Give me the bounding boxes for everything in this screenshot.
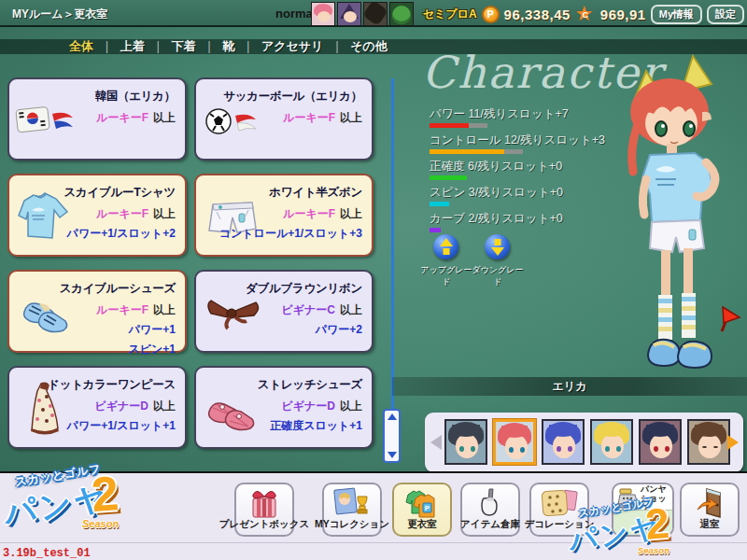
stretch-shoes-icon bbox=[202, 380, 263, 436]
item-card-soccer-ball[interactable]: サッカーボール（エリカ） ルーキーF以上 bbox=[194, 77, 374, 161]
item-storage-button[interactable]: アイテム倉庫 bbox=[460, 483, 520, 537]
item-list: 韓国（エリカ） ルーキーF以上 サッカーボール（エリカ） ルーキーF以上 bbox=[7, 77, 375, 449]
tab-separator: ｜ bbox=[101, 38, 113, 55]
character-model-erika[interactable] bbox=[592, 54, 741, 376]
tab-tops[interactable]: 上着 bbox=[120, 38, 145, 55]
my-info-button[interactable]: My情報 bbox=[651, 5, 702, 24]
item-name: スカイブルーシューズ bbox=[60, 281, 176, 297]
cash-register-icon bbox=[616, 487, 641, 510]
witch-avatar-icon[interactable] bbox=[337, 2, 361, 26]
carousel-next-icon[interactable] bbox=[727, 435, 739, 450]
item-avatar-icon[interactable] bbox=[363, 2, 388, 26]
scroll-down-icon[interactable] bbox=[388, 452, 397, 458]
item-stat: スピン+1 bbox=[60, 342, 176, 357]
item-stat: パワー+1 bbox=[60, 322, 176, 338]
present-box-button[interactable]: プレゼントボックス bbox=[234, 483, 294, 537]
portrait-blonde-girl[interactable] bbox=[590, 419, 633, 465]
my-collection-label: MYコレクション bbox=[315, 518, 389, 531]
pang-coin-icon: P bbox=[482, 6, 500, 23]
rank-badge: セミプロA bbox=[423, 7, 477, 22]
tab-all[interactable]: 全体 bbox=[69, 38, 93, 55]
item-card-korea-flag[interactable]: 韓国（エリカ） ルーキーF以上 bbox=[7, 77, 187, 161]
mode-label: normal bbox=[275, 7, 316, 21]
portrait-erika-selected[interactable] bbox=[493, 419, 536, 465]
tab-separator: ｜ bbox=[242, 38, 254, 55]
item-card-white-shorts[interactable]: ホワイト半ズボン ルーキーF以上 コントロール+1/スロット+3 bbox=[194, 174, 374, 257]
stat-power: パワー 11/残りスロット+7 bbox=[430, 106, 605, 128]
stat-spin: スピン 3/残りスロット+0 bbox=[430, 185, 605, 206]
version-label: 3.19b_test_01 bbox=[3, 547, 91, 560]
photo-trophy-icon bbox=[333, 487, 371, 519]
red-cursor-pointer bbox=[720, 306, 742, 334]
pangya-shop-button[interactable]: パンヤショップ MY bbox=[612, 483, 674, 537]
tab-bottoms[interactable]: 下着 bbox=[171, 38, 195, 55]
character-stats: パワー 11/残りスロット+7 コントロール 12/残りスロット+3 正確度 6… bbox=[430, 106, 605, 237]
item-requirement: ビギナーD bbox=[94, 399, 148, 413]
svg-text:P: P bbox=[425, 504, 430, 512]
tshirts-icon: P bbox=[404, 487, 440, 519]
character-name: エリカ bbox=[392, 377, 747, 396]
dressing-room-button[interactable]: P 更衣室 bbox=[392, 483, 452, 537]
pink-girl-avatar-icon[interactable] bbox=[311, 2, 335, 26]
item-name: ホワイト半ズボン bbox=[219, 185, 362, 201]
item-card-sky-blue-tshirt[interactable]: スカイブルーTシャツ ルーキーF以上 パワー+1/スロット+2 bbox=[7, 174, 187, 257]
settings-button[interactable]: 設定 bbox=[707, 5, 744, 24]
golf-club-icon bbox=[474, 487, 506, 519]
item-requirement: ルーキーF bbox=[96, 111, 148, 124]
character-carousel bbox=[425, 413, 743, 472]
item-name: ダブルブラウンリボン bbox=[246, 281, 362, 297]
tab-separator: ｜ bbox=[152, 38, 164, 55]
item-stat: パワー+2 bbox=[246, 322, 362, 338]
portrait-navy-hair-girl[interactable] bbox=[639, 419, 682, 465]
item-name: サッカーボール（エリカ） bbox=[223, 89, 362, 105]
my-shop-section[interactable]: MY bbox=[613, 510, 672, 535]
tab-shoes[interactable]: 靴 bbox=[222, 38, 234, 55]
bottom-divider bbox=[0, 542, 747, 543]
portrait-blue-hair-girl[interactable] bbox=[542, 419, 585, 465]
tab-others[interactable]: その他 bbox=[350, 38, 388, 55]
top-right-cluster: セミプロA P 96,338,45 ★C 969,91 My情報 設定 bbox=[423, 3, 744, 25]
exit-door-icon bbox=[694, 487, 726, 519]
item-storage-label: アイテム倉庫 bbox=[460, 518, 520, 531]
tab-accessory[interactable]: アクセサリ bbox=[261, 38, 324, 55]
my-collection-button[interactable]: MYコレクション bbox=[322, 483, 382, 537]
item-requirement: ビギナーC bbox=[281, 303, 335, 316]
cookie-amount: 969,91 bbox=[600, 7, 646, 22]
downgrade-button[interactable] bbox=[485, 234, 510, 259]
item-requirement: ルーキーF bbox=[283, 111, 335, 124]
item-name: ドットカラーワンピース bbox=[48, 377, 176, 393]
pangya-dressing-room-screen: MYルーム＞更衣室 normal セミプロA P 96,338,45 ★C 96… bbox=[0, 0, 747, 560]
item-list-scroll-track[interactable] bbox=[391, 78, 394, 461]
item-requirement: ルーキーF bbox=[96, 303, 148, 316]
upgrade-button[interactable] bbox=[433, 234, 458, 259]
item-list-scroll-thumb[interactable] bbox=[383, 409, 401, 463]
scroll-up-icon[interactable] bbox=[388, 413, 397, 420]
character-name-bar: エリカ bbox=[392, 377, 747, 396]
item-card-sky-blue-shoes[interactable]: スカイブルーシューズ ルーキーF以上 パワー+1 スピン+1 bbox=[7, 270, 187, 353]
portrait-dark-hair-boy[interactable] bbox=[444, 419, 487, 465]
item-name: ストレッチシューズ bbox=[258, 377, 362, 393]
present-box-label: プレゼントボックス bbox=[219, 518, 310, 531]
stat-accuracy: 正確度 6/残りスロット+0 bbox=[430, 159, 605, 180]
carousel-prev-icon[interactable] bbox=[430, 435, 442, 450]
up-arrow-icon bbox=[443, 248, 449, 255]
cracker-icon bbox=[541, 487, 578, 519]
exit-button[interactable]: 退室 bbox=[680, 483, 740, 537]
tab-separator: ｜ bbox=[331, 38, 343, 55]
tab-separator: ｜ bbox=[203, 38, 215, 55]
item-card-dot-dress[interactable]: ドットカラーワンピース ビギナーD以上 パワー+1/スロット+1 bbox=[7, 366, 187, 449]
decoration-button[interactable]: デコレーション bbox=[529, 483, 589, 537]
melon-avatar-icon[interactable] bbox=[389, 2, 414, 26]
item-stat: パワー+1/スロット+2 bbox=[64, 226, 176, 242]
portrait-brown-hair-man[interactable] bbox=[687, 419, 730, 465]
item-name: 韓国（エリカ） bbox=[95, 89, 176, 105]
item-requirement: ビギナーD bbox=[281, 399, 335, 413]
top-avatar-icons bbox=[311, 2, 414, 26]
exit-label: 退室 bbox=[700, 518, 720, 531]
item-stat: パワー+1/スロット+1 bbox=[48, 418, 176, 434]
breadcrumb: MYルーム＞更衣室 bbox=[12, 7, 108, 22]
pangya-shop-label: パンヤショップ bbox=[641, 484, 672, 512]
stat-curve: カーブ 2/残りスロット+0 bbox=[430, 211, 605, 232]
item-card-brown-ribbon[interactable]: ダブルブラウンリボン ビギナーC以上 パワー+2 bbox=[194, 270, 374, 353]
item-card-stretch-shoes[interactable]: ストレッチシューズ ビギナーD以上 正確度スロット+1 bbox=[194, 366, 374, 449]
